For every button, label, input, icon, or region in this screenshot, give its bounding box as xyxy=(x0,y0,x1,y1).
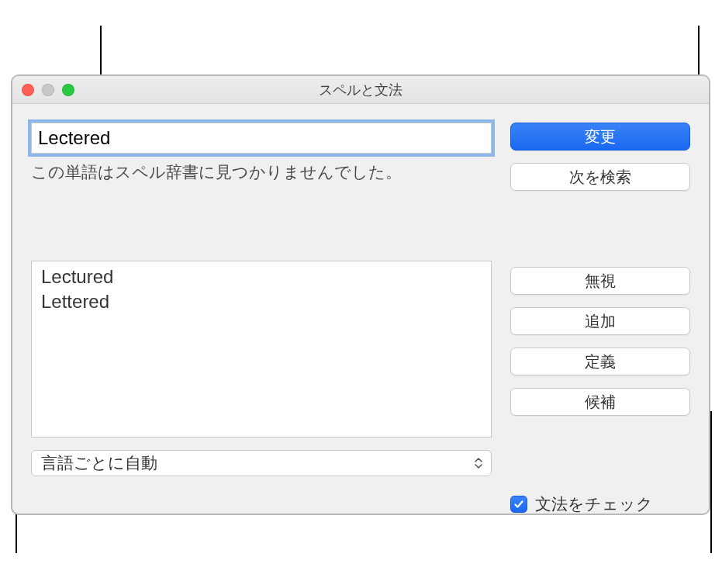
ignore-button[interactable]: 無視 xyxy=(510,267,690,295)
language-select[interactable]: 言語ごとに自動 xyxy=(31,450,492,476)
right-column: 変更 次を検索 無視 追加 定義 候補 文法をチェック xyxy=(510,123,690,515)
callout-line xyxy=(710,411,712,553)
chevron-up-down-icon xyxy=(471,455,486,472)
titlebar: スペルと文法 xyxy=(12,76,709,104)
zoom-icon[interactable] xyxy=(62,84,74,96)
language-row: 言語ごとに自動 xyxy=(31,450,492,476)
misspelled-word-input[interactable] xyxy=(31,123,492,154)
close-icon[interactable] xyxy=(22,84,34,96)
suggestion-item[interactable]: Lectured xyxy=(32,265,491,289)
guess-button[interactable]: 候補 xyxy=(510,388,690,416)
define-button[interactable]: 定義 xyxy=(510,348,690,375)
check-grammar-label: 文法をチェック xyxy=(535,493,653,515)
window-title: スペルと文法 xyxy=(319,81,402,99)
change-button[interactable]: 変更 xyxy=(510,123,690,150)
grammar-row: 文法をチェック xyxy=(510,493,690,515)
language-select-value: 言語ごとに自動 xyxy=(41,452,157,474)
status-message: この単語はスペル辞書に見つかりませんでした。 xyxy=(31,161,492,183)
left-column: この単語はスペル辞書に見つかりませんでした。 Lectured Lettered… xyxy=(31,123,492,515)
check-grammar-checkbox[interactable] xyxy=(510,496,527,513)
suggestion-item[interactable]: Lettered xyxy=(32,289,491,314)
suggestions-list[interactable]: Lectured Lettered xyxy=(31,261,492,438)
find-next-button[interactable]: 次を検索 xyxy=(510,163,690,191)
content-area: この単語はスペル辞書に見つかりませんでした。 Lectured Lettered… xyxy=(12,104,709,515)
minimize-icon xyxy=(42,84,54,96)
traffic-lights xyxy=(22,84,74,96)
learn-button[interactable]: 追加 xyxy=(510,307,690,335)
spelling-grammar-window: スペルと文法 この単語はスペル辞書に見つかりませんでした。 Lectured L… xyxy=(11,74,710,515)
